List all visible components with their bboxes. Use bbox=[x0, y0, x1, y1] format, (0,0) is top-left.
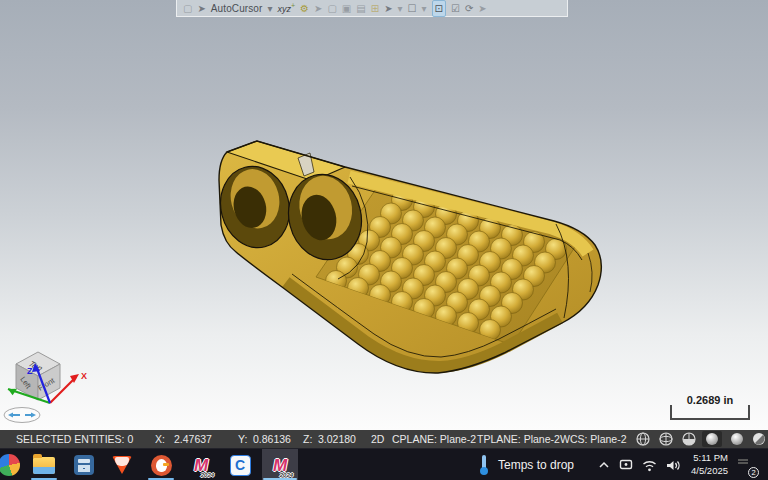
brave-icon bbox=[112, 456, 132, 474]
taskbar-calculator-button[interactable] bbox=[71, 452, 97, 478]
scale-value: 0.2689 in bbox=[670, 394, 750, 406]
wireframe-display-icon[interactable] bbox=[633, 431, 653, 447]
taskbar-code-expert-button[interactable]: C bbox=[227, 452, 253, 478]
mastercam-icon: M2024 bbox=[194, 457, 208, 474]
status-bar: SELECTED ENTITIES: 0 X: 2.47637 Y: 0.861… bbox=[0, 430, 768, 448]
tray-app-icon[interactable] bbox=[619, 458, 633, 472]
selected-entities-readout: SELECTED ENTITIES: 0 bbox=[16, 430, 133, 448]
translucent-display-icon[interactable] bbox=[749, 431, 768, 447]
model-3d-part[interactable] bbox=[0, 0, 768, 430]
axis-z-label: Z bbox=[27, 366, 33, 376]
y-coordinate-label: Y: bbox=[238, 430, 247, 448]
axis-x-label: X bbox=[81, 371, 87, 381]
y-coordinate-value: 0.86136 bbox=[253, 430, 291, 448]
view-cube[interactable]: Top Left Front X Z bbox=[0, 338, 100, 428]
thermometer-icon bbox=[478, 454, 490, 476]
taskbar-mastercam-active-button[interactable]: M2024 bbox=[267, 452, 293, 478]
hidden-line-display-icon[interactable] bbox=[656, 431, 676, 447]
copilot-icon bbox=[0, 454, 20, 476]
x-coordinate-value: 2.47637 bbox=[174, 430, 212, 448]
weather-widget[interactable]: Temps to drop bbox=[478, 449, 574, 480]
taskbar-copilot-button[interactable] bbox=[0, 452, 22, 478]
notification-badge: 2 bbox=[748, 467, 759, 478]
wifi-icon[interactable] bbox=[642, 459, 657, 472]
taskbar-clock[interactable]: 5:11 PM 4/5/2025 bbox=[676, 452, 728, 478]
x-coordinate-label: X: bbox=[155, 430, 165, 448]
taskbar-file-explorer-button[interactable] bbox=[31, 452, 57, 478]
shaded-wireframe-display-icon[interactable] bbox=[679, 431, 699, 447]
scale-indicator: 0.2689 in bbox=[670, 394, 750, 420]
mode-2d-3d-toggle[interactable]: 2D bbox=[371, 430, 384, 448]
graphics-viewport[interactable]: ▢ ➤ AutoCursor ▾ xyz+ ⚙ ➤ ▢ ▣ ▤ ⊞ ➤ ▾ ☐ … bbox=[0, 0, 768, 430]
z-coordinate-label: Z: bbox=[303, 430, 312, 448]
tplane-button[interactable]: TPLANE: Plane-2 bbox=[477, 430, 560, 448]
mastercam-window: ▢ ➤ AutoCursor ▾ xyz+ ⚙ ➤ ▢ ▣ ▤ ⊞ ➤ ▾ ☐ … bbox=[0, 0, 768, 480]
windows-taskbar: M2024 C M2024 Temps to drop 5:11 PM 4/5/… bbox=[0, 448, 768, 480]
calculator-icon bbox=[74, 455, 94, 475]
shaded-display-icon-active[interactable] bbox=[702, 431, 722, 447]
duckduckgo-icon bbox=[151, 455, 172, 476]
cplane-button[interactable]: CPLANE: Plane-2 bbox=[392, 430, 476, 448]
taskbar-duckduckgo-button[interactable] bbox=[148, 452, 174, 478]
view-rotate-pill[interactable] bbox=[4, 408, 40, 423]
notification-center-button[interactable]: 2 bbox=[736, 456, 754, 474]
system-tray bbox=[598, 449, 681, 480]
taskbar-mastercam-button[interactable]: M2024 bbox=[188, 452, 214, 478]
taskbar-brave-button[interactable] bbox=[109, 452, 135, 478]
wcs-button[interactable]: WCS: Plane-2 bbox=[560, 430, 627, 448]
clock-date: 4/5/2025 bbox=[676, 465, 728, 478]
file-explorer-icon bbox=[33, 457, 55, 474]
code-expert-icon: C bbox=[230, 455, 251, 476]
tray-chevron-up-icon[interactable] bbox=[598, 459, 610, 471]
clock-time: 5:11 PM bbox=[676, 452, 728, 465]
scale-rule bbox=[670, 407, 750, 420]
weather-label: Temps to drop bbox=[498, 458, 574, 472]
z-coordinate-value: 3.02180 bbox=[318, 430, 356, 448]
mastercam-icon: M2024 bbox=[273, 457, 287, 474]
shaded-edges-display-icon[interactable] bbox=[727, 431, 747, 447]
